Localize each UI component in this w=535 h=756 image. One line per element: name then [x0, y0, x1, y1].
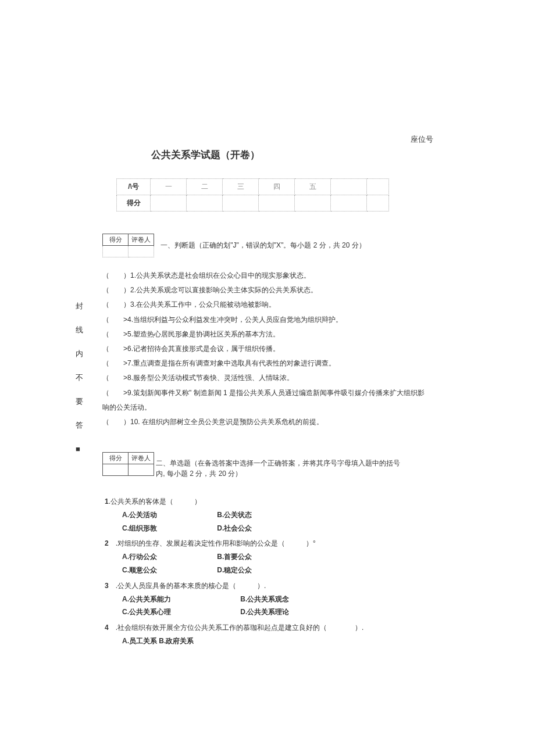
- row-label: /\号: [117, 179, 151, 195]
- section-2-heading: 二、单选题（在备选答案中选择一个正确答案，并将其序号字母填入题中的括号内, 每小…: [156, 458, 406, 479]
- tf-question: （ >5.塑造热心居民形象是协调社区关系的基本方法。: [102, 327, 428, 342]
- score-cell: [331, 195, 367, 212]
- mc-option: B.公共关系观念: [240, 593, 356, 606]
- tf-question: （ ）3.在公共关系工作中，公众只能被动地被影响。: [102, 298, 428, 312]
- section-1-heading: 一、判断题（正确的划"J"，错误的划"X"。每小题 2 分，共 20 分）: [160, 241, 365, 250]
- mc-question: 4 .社会组织有效开展全方位公共关系工作的慕珈和起点是建立良好的（ ）. A.员…: [105, 621, 430, 648]
- mc-option: C.公共关系心理: [122, 605, 238, 619]
- tf-question: （ >9.策划新闻事件又称" 制造新闻 1 是指公共关系人员通过编造新闻事件吸引…: [102, 386, 428, 415]
- grader-box: 得分 评卷人: [102, 234, 154, 257]
- margin-char: ■: [76, 445, 83, 453]
- mc-question: 1.公共关系的客体是（ ） A.公关活动 B.公关状态 C.组织形敦 D.社会公…: [105, 495, 430, 535]
- col-header: 五: [295, 179, 331, 195]
- score-cell: [367, 195, 389, 212]
- tf-question: （ >6.记者招待会其直接形式是会议，属于组织传播。: [102, 342, 428, 356]
- mc-num: 3: [105, 582, 109, 590]
- tf-question: （ >4.当组织利益与公众利益发生冲突时，公关人员应自觉地为组织辩护。: [102, 313, 428, 327]
- mc-num: 2: [105, 539, 109, 547]
- seat-number-label: 座位号: [411, 134, 433, 145]
- mc-option: A.公关活动: [122, 508, 215, 522]
- margin-char: 封: [76, 302, 83, 310]
- mc-stem: .社会组织有效开展全方位公共关系工作的慕珈和起点是建立良好的（ ）.: [116, 624, 364, 632]
- tf-question: （ ）2.公共关系观念可以直接影响公关主体实际的公共关系状态。: [102, 283, 428, 298]
- score-cell: [103, 246, 129, 257]
- binding-margin-labels: 封 线 内 不 要 答 ■: [76, 302, 83, 469]
- mc-option-line: A.员工关系 B.政府关系: [122, 637, 194, 645]
- score-cell: [103, 464, 129, 476]
- mc-num: 4: [105, 624, 109, 632]
- multiple-choice-questions: 1.公共关系的客体是（ ） A.公关活动 B.公关状态 C.组织形敦 D.社会公…: [105, 493, 430, 648]
- mc-option: D.稳定公众: [217, 564, 310, 577]
- section-1-header: 得分 评卷人 一、判断题（正确的划"J"，错误的划"X"。每小题 2 分，共 2…: [102, 234, 366, 257]
- mc-option: C.顺意公众: [122, 564, 215, 577]
- mc-stem: .公关人员应具备的基本来质的核心是（ ）.: [116, 582, 266, 590]
- col-header: [331, 179, 367, 195]
- grader-cell: [129, 464, 154, 476]
- mc-stem: .公共关系的客体是（ ）: [109, 497, 201, 506]
- mc-option: C.组织形敦: [122, 522, 215, 535]
- mc-num: 1: [105, 497, 109, 506]
- true-false-questions: （ ）1.公共关系状态是社会组织在公众心目中的现实形象状态。 （ ）2.公共关系…: [102, 268, 428, 429]
- mc-option: A.公共关系能力: [122, 593, 238, 606]
- section-2-header: 得分 评卷人 二、单选题（在备选答案中选择一个正确答案，并将其序号字母填入题中的…: [102, 452, 406, 479]
- grader-box: 得分 评卷人: [102, 452, 154, 476]
- score-cell: [187, 195, 223, 212]
- score-cell: [259, 195, 295, 212]
- margin-char: 答: [76, 421, 83, 429]
- grader-label: 评卷人: [129, 453, 154, 464]
- mc-option: D.社会公众: [217, 522, 310, 535]
- grader-cell: [129, 246, 154, 257]
- row-label: 得分: [117, 195, 151, 212]
- table-row: 得分: [117, 195, 389, 212]
- tf-question: （ >8.服务型公关活动模式节奏快、灵活性强、人情味浓。: [102, 371, 428, 385]
- tf-question: （ >7.重点调查是指在所有调查对象中选取具有代表性的对象进行调查。: [102, 356, 428, 371]
- mc-stem: .对组织的生存、发展起着决定性作用和影响的公众是（ ）°: [116, 539, 316, 547]
- col-header: 二: [187, 179, 223, 195]
- margin-char: 内: [76, 350, 83, 357]
- mc-option: B.公关状态: [217, 508, 310, 522]
- mc-option: A.行动公众: [122, 550, 215, 564]
- col-header: 三: [223, 179, 259, 195]
- table-row: /\号 一 二 三 四 五: [117, 179, 389, 195]
- mc-option: D.公共关系理论: [240, 605, 356, 619]
- margin-char: 线: [76, 326, 83, 334]
- score-label: 得分: [103, 234, 129, 246]
- score-summary-table: /\号 一 二 三 四 五 得分: [116, 178, 389, 212]
- grader-label: 评卷人: [129, 234, 154, 246]
- tf-question: （ ）10. 在组织内部树立全员公关意识是预防公共关系危机的前提。: [102, 415, 428, 429]
- score-cell: [223, 195, 259, 212]
- score-cell: [151, 195, 187, 212]
- margin-char: 要: [76, 397, 83, 405]
- page-title: 公共关系学试题（开卷）: [151, 148, 260, 162]
- tf-question: （ ）1.公共关系状态是社会组织在公众心目中的现实形象状态。: [102, 268, 428, 283]
- score-cell: [295, 195, 331, 212]
- col-header: 一: [151, 179, 187, 195]
- mc-option: B.首要公众: [217, 550, 310, 564]
- col-header: [367, 179, 389, 195]
- margin-char: 不: [76, 374, 83, 381]
- score-label: 得分: [103, 453, 129, 464]
- mc-question: 2 .对组织的生存、发展起着决定性作用和影响的公众是（ ）° A.行动公众 B.…: [105, 537, 430, 576]
- mc-question: 3 .公关人员应具备的基本来质的核心是（ ）. A.公共关系能力 B.公共关系观…: [105, 579, 430, 619]
- col-header: 四: [259, 179, 295, 195]
